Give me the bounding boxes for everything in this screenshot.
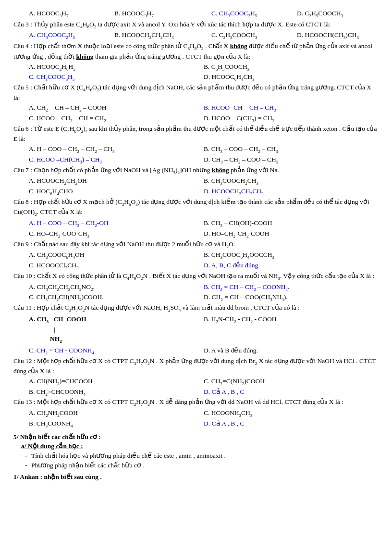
cau12-a: A. CH(NH2)=CHCOOH: [13, 377, 204, 387]
cau3-text: Câu 3 : Thủy phân este C4H8O2 ta được ax…: [13, 20, 379, 30]
cau9-opts-bot: C. HCOOCCl2CH3 D. A, B, C đều đúng: [13, 261, 379, 271]
cau13-a: A. CH2NH2COOH: [13, 408, 204, 419]
cau6-d: D. CH3 – CH2 – COO – CH3: [204, 155, 379, 165]
cau12-text: Câu 12 : Một hợp chất hữu cơ X có CTPT C…: [13, 356, 379, 376]
cau5-d: D. HCOO – C(CH3) = CH2: [204, 113, 379, 124]
ankan-section: 1/ Ankan : nhận biết sau cùng .: [13, 472, 379, 482]
ankan-title: 1/ Ankan : nhận biết sau cùng .: [13, 473, 102, 480]
cau9-b: B. CH3COOC6H4OOCCH3: [204, 250, 379, 261]
cau6-text: Câu 6 : Từ este E (C4H8O2), sau khi thủy…: [13, 124, 379, 144]
opt-c-ch3cooc2h5: C. CH3COOC2H5: [196, 9, 293, 19]
cau6-b: B. CH3 – COO – CH2 – CH3: [204, 144, 379, 155]
sub-a-header: a/ Nội dung cần học :: [21, 441, 379, 451]
cau4-c: C. CH3COOC6H5: [13, 72, 204, 83]
cau11-a-block: A. CH3 –CH–COOH | NH2: [13, 314, 204, 345]
cau11-b: B. H2N-CH2 - CH2 - COOH: [204, 314, 379, 325]
cau5-c: C. HCOO – CH2 – CH = CH2: [13, 113, 204, 124]
cau11-text: Câu 11 : Hợp chất C3H7O2N tác dụng được …: [13, 303, 379, 314]
cau7-text: Câu 7 : Chọn hợp chất có phản ứng với Na…: [13, 165, 379, 176]
cau13-c: C. HCOONH3CH3: [204, 408, 379, 419]
cau8-opts-bot: C. HO–CH2-COO-CH3 D. HO–CH2-CH2-COOH: [13, 229, 379, 239]
cau12-b: B. CH2=CHCOONH4: [13, 387, 204, 398]
cau6-opts-top: A. H – COO – CH2 – CH2 – CH3 B. CH3 – CO…: [13, 144, 379, 155]
cau10-d: D. CH2 = CH – COO(CH3NH3).: [204, 292, 379, 303]
cau13-d: D. Cả A , B , C: [204, 419, 379, 429]
cau7-a: A. HCOOCH2CH2OH: [13, 176, 204, 187]
cau4-a: A. HCOOC2H6H5: [13, 62, 204, 73]
cau11-a-bond: |: [29, 325, 204, 335]
cau10-opts-bot: C. CH3CH2CH(NH2)COOH. D. CH2 = CH – COO(…: [13, 292, 379, 303]
cau9-c: C. HCOOCCl2CH3: [13, 261, 204, 271]
cau8-b: B. CH3 – CH(OH)-COOH: [204, 218, 379, 229]
page: A. HCOOC3H7 B. HCOOC3H7 C. CH3COOC2H5 D.…: [13, 9, 379, 481]
cau10-b: B. CH2 = CH – CH2 – COONH4.: [204, 282, 379, 293]
cau11-d: D. A và B đều đúng.: [204, 346, 379, 356]
cau13-b: B. CH3COONH4: [13, 419, 204, 429]
cau5-opts-top: A. CH2 = CH – CH2 – COOH B. HCOO- CH = C…: [13, 103, 379, 113]
cau13-opts-top: A. CH2NH2COOH C. HCOONH3CH3: [13, 408, 379, 419]
opt-d-c2h5cooch3: D. C2H5COOCH3: [293, 9, 379, 19]
bullet-icon-2: -: [25, 461, 27, 470]
cau8-d: D. HO–CH2-CH2-COOH: [204, 229, 379, 239]
cau10-c: C. CH3CH2CH(NH2)COOH.: [13, 292, 204, 303]
cau11-opts: A. CH3 –CH–COOH | NH2 B. H2N-CH2 - CH2 -…: [13, 314, 379, 345]
bullet2-text: Phương pháp nhận biết các chất hữu cơ .: [31, 461, 145, 470]
cau11-a-label: A. CH3 –CH–COOH: [29, 314, 204, 325]
cau7-opts-bot: C. HOC6H4CHO D. HCOOCH2CH2CH3: [13, 187, 379, 197]
section5-header: 5/ Nhận biết các chất hữu cơ :: [13, 432, 379, 442]
cau9-text: Câu 9 : Chất nào sau đây khi tác dụng vớ…: [13, 239, 379, 250]
cau3-b: B. HCOOCH2CH2CH3: [110, 30, 196, 41]
cau9-a: A. CH3COOC6H4OH: [13, 250, 204, 261]
cau6-c: C. HCOO –CH(CH3) – CH3: [13, 155, 204, 165]
cau6-opts-bot: C. HCOO –CH(CH3) – CH3 D. CH3 – CH2 – CO…: [13, 155, 379, 165]
cau8-c: C. HO–CH2-COO-CH3: [13, 229, 204, 239]
cau13-text: Câu 13 : Một hợp chất hữu cơ X có CTPT C…: [13, 397, 379, 408]
cau5-a: A. CH2 = CH – CH2 – COOH: [13, 103, 204, 113]
cau7-opts-top: A. HCOOCH2CH2OH B. CH3COOCH2CH3: [13, 176, 379, 187]
cau12-opts-top: A. CH(NH2)=CHCOOH C. CH2=C(NH2)COOH: [13, 377, 379, 387]
cau4-text: Câu 4 : Hợp chất thơm X thuộc loại este …: [13, 41, 379, 61]
cau3-c: C. C2H5COOCH3: [196, 30, 293, 41]
cau8-opts-top: A. H – COO – CH2 – CH2-OH B. CH3 – CH(OH…: [13, 218, 379, 229]
bullet2: - Phương pháp nhận biết các chất hữu cơ …: [25, 461, 379, 470]
top-answer-row: A. HCOOC3H7 B. HCOOC3H7 C. CH3COOC2H5 D.…: [13, 9, 379, 19]
cau8-a: A. H – COO – CH2 – CH2-OH: [13, 218, 204, 229]
cau3-a: A. CH3COOC2H5: [13, 30, 110, 41]
cau9-opts-top: A. CH3COOC6H4OH B. CH3COOC6H4OOCCH3: [13, 250, 379, 261]
section5-title: 5/ Nhận biết các chất hữu cơ :: [13, 433, 101, 440]
cau10-opts-top: A. CH3CH2CH2CH2NO2. B. CH2 = CH – CH2 – …: [13, 282, 379, 293]
cau5-text: Câu 5 : Chất hữu cơ X (C4H6O2) tác dụng …: [13, 83, 379, 102]
bullet-icon-1: -: [25, 451, 27, 461]
cau12-opts-bot: B. CH2=CHCOONH4 D. Cả A , B , C: [13, 387, 379, 398]
bullet1: - Tính chất hóa học và phương pháp điều …: [25, 451, 379, 461]
cau4-opts-top: A. HCOOC2H6H5 B. C6H5COOCH3: [13, 62, 379, 73]
opt-a-hcooc3h7: A. HCOOC3H7: [13, 9, 110, 19]
cau4-opts-bot: C. CH3COOC6H5 D. HCOOC6H4CH3: [13, 72, 379, 83]
cau11-a-nh2: NH2: [29, 334, 204, 345]
cau5-b: B. HCOO- CH = CH – CH3: [204, 103, 379, 113]
cau3-opts: A. CH3COOC2H5 B. HCOOCH2CH2CH3 C. C2H5CO…: [13, 30, 379, 41]
cau6-a: A. H – COO – CH2 – CH2 – CH3: [13, 144, 204, 155]
sub-a-title: a/ Nội dung cần học :: [21, 442, 83, 450]
cau7-c: C. HOC6H4CHO: [13, 187, 204, 197]
opt-b-hcooc3h7: B. HCOOC3H7: [110, 9, 196, 19]
cau7-d: D. HCOOCH2CH2CH3: [204, 187, 379, 197]
cau7-b: B. CH3COOCH2CH3: [204, 176, 379, 187]
cau5-opts-bot: C. HCOO – CH2 – CH = CH2 D. HCOO – C(CH3…: [13, 113, 379, 124]
cau10-a: A. CH3CH2CH2CH2NO2.: [13, 282, 204, 293]
cau13-opts-bot: B. CH3COONH4 D. Cả A , B , C: [13, 419, 379, 429]
cau8-text: Câu 8 : Hợp chất hữu cơ X mạch hở (C3H6O…: [13, 197, 379, 218]
cau12-d: D. Cả A , B , C: [204, 387, 379, 398]
cau3-d: D. HCOOCH(CH3)CH3: [293, 30, 379, 41]
cau12-c: C. CH2=C(NH2)COOH: [204, 377, 379, 387]
bullet1-text: Tính chất hóa học và phương pháp điều ch…: [31, 451, 226, 461]
cau11-c: C. CH2 = CH - COONH4: [13, 346, 204, 356]
cau11-opts-bot: C. CH2 = CH - COONH4 D. A và B đều đúng.: [13, 346, 379, 356]
cau4-d: D. HCOOC6H4CH3: [204, 72, 379, 83]
cau4-b: B. C6H5COOCH3: [204, 62, 379, 73]
cau9-d: D. A, B, C đều đúng: [204, 261, 379, 271]
cau10-text: Câu 10 : Chất X có công thức phân tử là …: [13, 271, 379, 282]
